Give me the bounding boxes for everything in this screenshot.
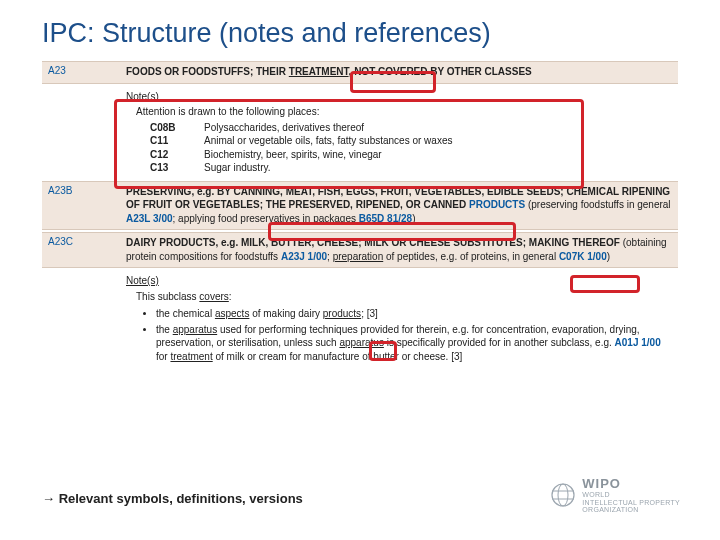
heading-text: DAIRY PRODUCTS, e.g. MILK, BUTTER, CHEES… [126,237,620,248]
ref-desc: Animal or vegetable oils, fats, fatty su… [204,134,672,148]
ref-table: C08BPolysaccharides, derivatives thereof… [150,121,672,175]
sub-intro: This subclass covers: [136,290,672,304]
ref-desc: Sugar industry. [204,161,672,175]
u-apparatus: apparatus [173,324,217,335]
notes-block-a23: Note(s) Attention is drawn to the follow… [42,84,678,181]
u-treatment: treatment [170,351,212,362]
wipo-text: WIPO WORLD INTELLECTUAL PROPERTY ORGANIZ… [582,476,680,514]
section-row-a23: A23 FOODS OR FOODSTUFFS; THEIR TREATMENT… [42,61,678,84]
t: for [156,351,170,362]
paren-link[interactable]: A23J 1/00 [281,251,327,262]
section-code: A23 [48,65,126,76]
section-heading: FOODS OR FOODSTUFFS; THEIR TREATMENT, NO… [126,65,672,79]
heading-text: FOODS OR FOODSTUFFS; THEIR [126,66,289,77]
wipo-globe-icon [550,482,576,508]
ref-row: C11Animal or vegetable oils, fats, fatty… [150,134,672,148]
t: of making dairy [249,308,322,319]
ref-row: C12Biochemistry, beer, spirits, wine, vi… [150,148,672,162]
notes-label: Note(s) [126,274,672,288]
ref-code: C13 [150,161,204,175]
paren-close: ) [607,251,610,262]
u-aspects: aspects [215,308,249,319]
heading-text: , NOT COVERED BY OTHER CLASSES [349,66,532,77]
paren-preparation: preparation [333,251,384,262]
slide-title: IPC: Structure (notes and references) [0,0,720,61]
ref-link[interactable]: A01J 1/00 [615,337,661,348]
list-item: the chemical aspects of making dairy pro… [156,307,672,321]
wipo-sub: ORGANIZATION [582,506,680,514]
ref-desc: Polysaccharides, derivatives thereof [204,121,672,135]
t: the chemical [156,308,215,319]
paren-post: ; applying food preservatives in package… [173,213,359,224]
version-tag: [3] [451,351,462,362]
paren-close: ) [412,213,415,224]
notes-block-a23c: Note(s) This subclass covers: the chemic… [42,268,678,373]
version-tag: [3] [367,308,378,319]
list-item: the apparatus used for performing techni… [156,323,672,364]
ref-row: C13Sugar industry. [150,161,672,175]
paren-link2[interactable]: B65D 81/28 [359,213,412,224]
section-code: A23B [48,185,126,196]
sub-list: the chemical aspects of making dairy pro… [156,307,672,363]
t: is specifically provided for in another … [384,337,615,348]
heading-treatment: TREATMENT [289,66,349,77]
t: of milk or cream for manufacture of butt… [213,351,451,362]
wipo-name: WIPO [582,476,680,491]
ref-code: C11 [150,134,204,148]
ref-code: C08B [150,121,204,135]
section-row-a23c: A23C DAIRY PRODUCTS, e.g. MILK, BUTTER, … [42,232,678,268]
notes-label: Note(s) [126,90,672,104]
note-intro: Attention is drawn to the following plac… [136,105,672,119]
section-row-a23b: A23B PRESERVING, e.g. BY CANNING, MEAT, … [42,181,678,231]
paren-post2: of peptides, e.g. of proteins, in genera… [383,251,559,262]
paren-hl: preserving foodstuffs in general [531,199,670,210]
footer-note: → Relevant symbols, definitions, version… [42,491,303,506]
u-apparatus: apparatus [339,337,383,348]
paren-link2[interactable]: C07K 1/00 [559,251,607,262]
t: the [156,324,173,335]
heading-products: PRODUCTS [469,199,525,210]
u-products: products [323,308,361,319]
wipo-sub: INTELLECTUAL PROPERTY [582,499,680,507]
ref-code: C12 [150,148,204,162]
section-heading: DAIRY PRODUCTS, e.g. MILK, BUTTER, CHEES… [126,236,672,263]
svg-point-0 [552,484,574,506]
ref-row: C08BPolysaccharides, derivatives thereof [150,121,672,135]
svg-point-1 [558,484,568,506]
section-code: A23C [48,236,126,247]
section-heading: PRESERVING, e.g. BY CANNING, MEAT, FISH,… [126,185,672,226]
wipo-logo-block: WIPO WORLD INTELLECTUAL PROPERTY ORGANIZ… [550,476,680,514]
arrow-icon: → [42,491,55,506]
wipo-sub: WORLD [582,491,680,499]
paren-link[interactable]: A23L 3/00 [126,213,173,224]
ipc-table: A23 FOODS OR FOODSTUFFS; THEIR TREATMENT… [42,61,678,373]
ref-desc: Biochemistry, beer, spirits, wine, vineg… [204,148,672,162]
footer-text: Relevant symbols, definitions, versions [59,491,303,506]
